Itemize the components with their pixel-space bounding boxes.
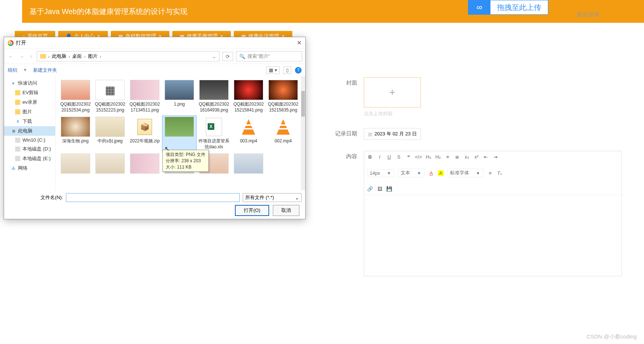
filename-input[interactable]	[66, 193, 240, 202]
editor-toolbar: B I U S ❝ </> H₁ H₂ ≡ ≣ x₂ x² ⇤ ⇥ 14px▾ …	[364, 151, 622, 195]
sidebar-item-quick-access[interactable]: ★快速访问	[4, 78, 55, 88]
ul-button[interactable]: ≣	[454, 154, 460, 160]
breadcrumb[interactable]: › 此电脑 › 桌面 › 图片 › ⌄	[37, 51, 220, 61]
date-value: 2023 年 02 月 23 日	[374, 131, 417, 137]
file-item[interactable]: 2022年视频.zip	[128, 116, 162, 150]
file-item[interactable]: QQ截图20230215215841.png	[232, 79, 265, 114]
quote-button[interactable]: ❝	[405, 154, 411, 160]
file-item-selected[interactable]	[162, 116, 196, 150]
heading-select[interactable]: 标准字体▾	[447, 169, 483, 177]
sidebar-item-drive-c[interactable]: Win10 (C:)	[4, 136, 55, 144]
h2-button[interactable]: H₂	[435, 154, 441, 160]
upload-ribbon[interactable]: ∞ 拖拽至此上传	[468, 0, 548, 15]
sidebar-item-ev-edit[interactable]: EV剪辑	[4, 88, 55, 97]
new-folder-button[interactable]: 新建文件夹	[33, 67, 57, 74]
dialog-sidebar: ★快速访问 EV剪辑 ev录屏 图片 ⬇下载 🖥此电脑 Win10 (C:) 本…	[4, 76, 56, 190]
plus-icon: +	[389, 86, 395, 98]
file-item[interactable]	[128, 153, 162, 176]
cloud-icon[interactable]: ∞	[468, 0, 490, 14]
content-label: 内容	[328, 151, 357, 160]
dialog-close-button[interactable]: ✕	[297, 39, 302, 46]
sidebar-item-drive-d[interactable]: 本地磁盘 (D:)	[4, 144, 55, 154]
font-color-button[interactable]: A	[428, 170, 434, 176]
file-item[interactable]: QQ截图20230215152223.png	[93, 79, 127, 114]
cancel-button[interactable]: 取消	[273, 205, 299, 216]
scrollbar[interactable]	[301, 76, 305, 190]
app-header: 基于Java Web的体脂健康管理系统的设计与实现	[22, 0, 644, 23]
image-button[interactable]: 🖼	[377, 186, 383, 192]
ol-button[interactable]: ≡	[445, 154, 451, 160]
sidebar-item-drive-e[interactable]: 本地磁盘 (E:)	[4, 154, 55, 163]
file-grid: QQ截图20230220152534.png QQ截图2023021515222…	[56, 76, 305, 190]
filename-label: 文件名(N):	[8, 194, 63, 201]
watermark: CSDN @小蔡coding	[587, 333, 637, 340]
cover-upload-box[interactable]: +	[364, 77, 421, 107]
strike-button[interactable]: S	[396, 154, 402, 160]
file-item[interactable]: QQ截图20230217134511.png	[128, 79, 162, 114]
link-button[interactable]: 🔗	[367, 186, 373, 192]
view-mode-button[interactable]: ▦ ▾	[266, 66, 280, 74]
breadcrumb-dropdown-icon[interactable]: ⌄	[212, 54, 216, 59]
upload-ribbon-label: 拖拽至此上传	[490, 3, 548, 13]
form-panel: 封面 + 点击上传封面 记录日期 ▦ 2023 年 02 月 23 日 内容 B…	[328, 77, 622, 287]
file-item[interactable]: 件项目进度管系统dao.xls	[197, 116, 231, 150]
font-family-select[interactable]: 文本▾	[398, 169, 425, 177]
sidebar-item-network[interactable]: 🖧网络	[4, 163, 55, 173]
italic-button[interactable]: I	[377, 154, 383, 160]
nav-forward-button[interactable]: →	[18, 53, 25, 60]
organize-menu[interactable]: 组织	[8, 67, 17, 74]
file-item[interactable]: 003.mp4	[232, 116, 265, 150]
file-type-filter[interactable]: 所有文件 (*.*)⌄	[243, 193, 302, 202]
bold-button[interactable]: B	[367, 154, 373, 160]
file-item[interactable]: QQ截图20230220152534.png	[59, 79, 92, 114]
dialog-title: 打开	[16, 40, 26, 46]
file-item[interactable]	[59, 153, 92, 176]
preview-pane-button[interactable]: ▯	[284, 66, 291, 74]
file-item[interactable]: QQ截图20230216164938.png	[197, 79, 231, 114]
file-item[interactable]: 002.mp4	[266, 116, 300, 150]
sidebar-item-ev-record[interactable]: ev录屏	[4, 97, 55, 107]
file-item[interactable]: 1.png	[162, 79, 196, 114]
app-title: 基于Java Web的体脂健康管理系统的设计与实现	[29, 7, 187, 17]
sub-button[interactable]: x₂	[464, 154, 470, 160]
bg-color-button[interactable]: A	[438, 170, 444, 176]
editor-textarea[interactable]	[364, 195, 622, 276]
dialog-footer: 文件名(N): 所有文件 (*.*)⌄ 打开(O) 取消	[4, 190, 305, 219]
search-placeholder: 搜索"图片"	[247, 53, 270, 60]
date-field[interactable]: ▦ 2023 年 02 月 23 日	[364, 128, 421, 140]
underline-button[interactable]: U	[386, 154, 392, 160]
help-button[interactable]: ?	[295, 67, 302, 74]
chevron-down-icon: ⌄	[295, 195, 299, 201]
chrome-icon	[8, 40, 14, 46]
file-item[interactable]: QQ截图20230215215835.png	[266, 79, 300, 114]
indent-button[interactable]: ⇤	[483, 154, 489, 160]
file-tooltip: 项目类型: PNG 文件 分辨率: 238 x 203 大小: 111 KB	[162, 150, 209, 172]
sidebar-item-pictures[interactable]: 图片	[4, 107, 55, 117]
outdent-button[interactable]: ⇥	[493, 154, 499, 160]
file-open-dialog: 打开 ✕ ← → ↑ › 此电脑 › 桌面 › 图片 › ⌄ ⟳ 🔍 搜索"图片…	[4, 37, 306, 219]
clear-format-button[interactable]: Tₓ	[497, 170, 503, 176]
font-size-select[interactable]: 14px▾	[367, 169, 394, 177]
sidebar-item-downloads[interactable]: ⬇下载	[4, 117, 55, 126]
scrollbar-thumb[interactable]	[301, 91, 305, 117]
folder-icon	[40, 54, 46, 58]
file-item[interactable]: 深海生物.png	[59, 116, 92, 150]
calendar-icon: ▦	[368, 131, 372, 137]
refresh-button[interactable]: ⟳	[222, 52, 233, 61]
logout-link[interactable]: 退出登录	[576, 11, 600, 19]
dialog-navbar: ← → ↑ › 此电脑 › 桌面 › 图片 › ⌄ ⟳ 🔍 搜索"图片"	[4, 49, 305, 64]
h1-button[interactable]: H₁	[426, 154, 432, 160]
search-input[interactable]: 🔍 搜索"图片"	[236, 51, 302, 61]
file-item[interactable]	[232, 153, 265, 176]
open-button[interactable]: 打开(O)	[235, 205, 269, 216]
file-item[interactable]: 中药s别.jpeg	[93, 116, 127, 150]
save-button[interactable]: 💾	[386, 186, 392, 192]
align-button[interactable]: ≡	[487, 170, 493, 176]
sidebar-item-this-pc[interactable]: 🖥此电脑	[4, 126, 55, 136]
file-item[interactable]	[93, 153, 127, 176]
nav-back-button[interactable]: ←	[7, 53, 15, 60]
sup-button[interactable]: x²	[474, 154, 479, 160]
nav-up-button[interactable]: ↑	[28, 53, 34, 60]
code-button[interactable]: </>	[415, 154, 422, 160]
date-label: 记录日期	[328, 128, 357, 137]
